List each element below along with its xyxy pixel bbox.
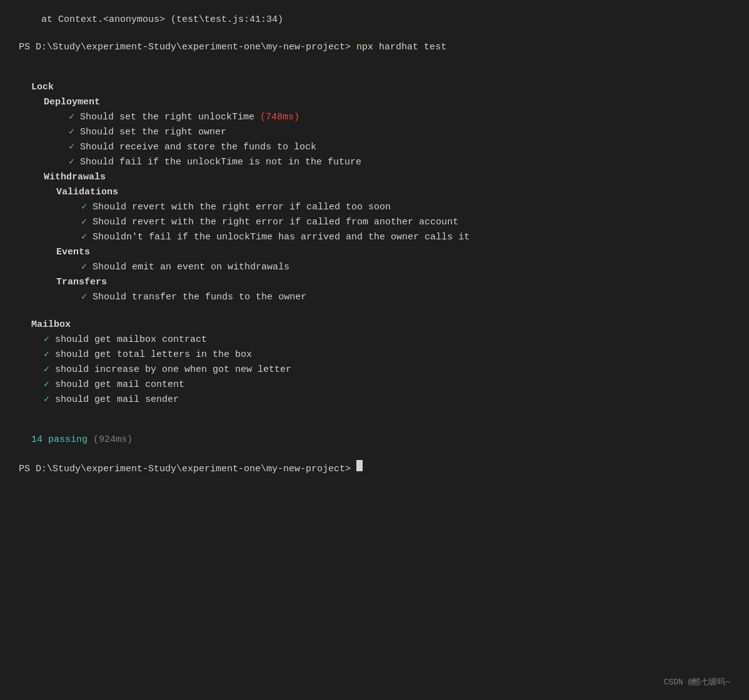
prompt-line-1: PS D:\Study\experiment-Study\experiment-… <box>19 40 730 55</box>
lock-section: Lock Deployment ✓ Should set the right u… <box>19 80 730 305</box>
test-emit-event: ✓ Should emit an event on withdrawals <box>81 260 730 275</box>
test-item-unlock-time: ✓ Should set the right unlockTime (748ms… <box>69 110 730 125</box>
test-total-letters: ✓ should get total letters in the box <box>44 348 730 362</box>
mailbox-items: ✓ should get mailbox contract ✓ should g… <box>31 332 730 408</box>
events-section: Events ✓ Should emit an event on withdra… <box>44 245 730 275</box>
ps-text-1: PS D:\Study\experiment-Study\experiment-… <box>19 40 356 55</box>
test-mailbox-contract: ✓ should get mailbox contract <box>44 332 730 348</box>
transfers-header: Transfers <box>56 275 730 290</box>
validations-header: Validations <box>56 185 730 200</box>
lock-header: Lock <box>31 80 730 95</box>
test-revert-account: ✓ Should revert with the right error if … <box>81 215 730 230</box>
deployment-items: ✓ Should set the right unlockTime (748ms… <box>44 110 730 170</box>
test-item-right-owner: ✓ Should set the right owner <box>69 125 730 140</box>
test-mail-content: ✓ should get mail content <box>44 378 730 392</box>
ps-text-2: PS D:\Study\experiment-Study\experiment-… <box>19 462 356 477</box>
command-text: hardhat test <box>373 40 446 55</box>
transfers-section: Transfers ✓ Should transfer the funds to… <box>44 275 730 305</box>
result-time: (924ms) <box>88 432 133 448</box>
terminal-output: at Context.<anonymous> (test\test.js:41:… <box>19 12 730 477</box>
mailbox-section: Mailbox ✓ should get mailbox contract ✓ … <box>19 318 730 408</box>
passing-count: 14 <box>31 432 43 448</box>
test-no-fail-unlock: ✓ Shouldn't fail if the unlockTime has a… <box>81 230 730 245</box>
test-increase-one: ✓ should increase by one when got new le… <box>44 362 730 378</box>
deployment-section: Deployment ✓ Should set the right unlock… <box>31 95 730 170</box>
withdrawals-section: Withdrawals Validations ✓ Should revert … <box>31 170 730 305</box>
prompt-line-2: PS D:\Study\experiment-Study\experiment-… <box>19 460 730 477</box>
npx-keyword: npx <box>356 40 373 55</box>
deployment-header: Deployment <box>44 95 730 110</box>
withdrawals-header: Withdrawals <box>44 170 730 185</box>
transfers-items: ✓ Should transfer the funds to the owner <box>56 290 730 305</box>
watermark: CSDN @酷七嗳吗~ <box>663 676 730 688</box>
context-line: at Context.<anonymous> (test\test.js:41:… <box>19 12 730 28</box>
events-items: ✓ Should emit an event on withdrawals <box>56 260 730 275</box>
passing-label: passing <box>43 432 88 448</box>
validations-section: Validations ✓ Should revert with the rig… <box>44 185 730 245</box>
test-item-funds: ✓ Should receive and store the funds to … <box>69 140 730 155</box>
context-text: at Context.<anonymous> (test\test.js:41:… <box>19 12 283 28</box>
test-mail-sender: ✓ should get mail sender <box>44 392 730 408</box>
test-item-fail-unlock: ✓ Should fail if the unlockTime is not i… <box>69 155 730 170</box>
cursor-blink <box>356 460 363 471</box>
test-transfer-funds: ✓ Should transfer the funds to the owner <box>81 290 730 305</box>
validations-items: ✓ Should revert with the right error if … <box>56 200 730 245</box>
events-header: Events <box>56 245 730 260</box>
mailbox-header: Mailbox <box>31 318 730 332</box>
test-revert-soon: ✓ Should revert with the right error if … <box>81 200 730 215</box>
result-line: 14 passing (924ms) <box>19 432 730 448</box>
